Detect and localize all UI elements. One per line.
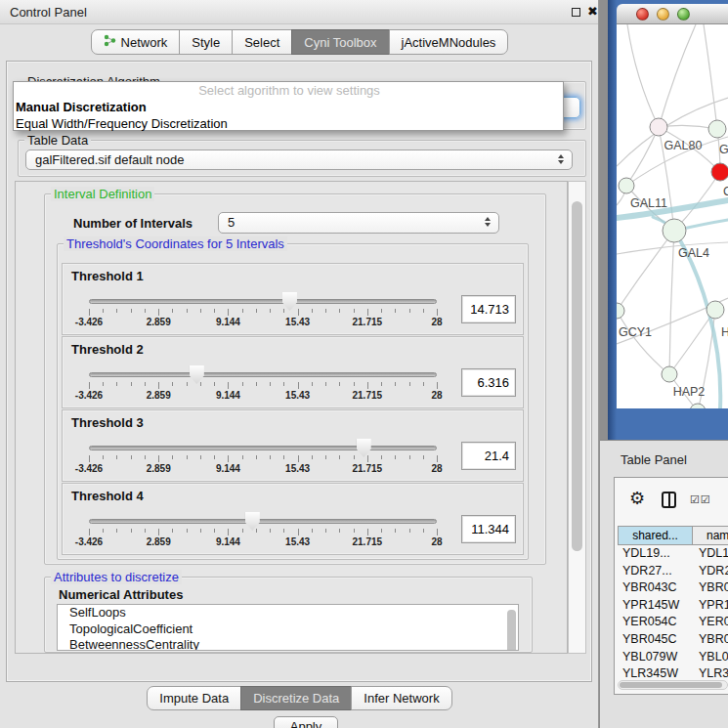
- dropdown-placeholder[interactable]: Select algorithm to view settings: [14, 82, 563, 99]
- tick-label: -3.426: [64, 536, 113, 547]
- network-edge[interactable]: [617, 242, 728, 254]
- table-row[interactable]: YDR27...YDR27: [618, 564, 728, 581]
- number-of-intervals-spinner[interactable]: 5: [218, 212, 499, 234]
- network-edge[interactable]: [626, 127, 659, 186]
- network-node-GAL11[interactable]: [619, 178, 634, 193]
- attributes-group: Attributes to discretize Numerical Attri…: [44, 577, 533, 653]
- network-canvas[interactable]: GAL80GACGAL11GAL4GCY1HHAP2: [617, 24, 728, 408]
- spinner-arrows-icon: [485, 217, 492, 227]
- tab-select[interactable]: Select: [232, 29, 292, 55]
- slider-track[interactable]: [89, 299, 437, 304]
- screen: Control Panel ✖ NetworkStyleSelectCyni T…: [0, 0, 728, 728]
- slider-track[interactable]: [89, 372, 437, 377]
- select-columns-icon[interactable]: ☑☑: [690, 493, 711, 506]
- table-data-combobox[interactable]: galFiltered.sif default node: [25, 150, 573, 170]
- column-header-shared-name[interactable]: shared...: [618, 526, 693, 545]
- network-view-window: GAL80GACGAL11GAL4GCY1HHAP2: [608, 0, 728, 440]
- zoom-traffic-light-icon[interactable]: [677, 8, 690, 21]
- table-row[interactable]: YER054CYER054C: [618, 615, 728, 632]
- threshold-list: Threshold 1 -3.4262.8599.14415.4321.7152…: [62, 263, 524, 556]
- threshold-block: Threshold 3 -3.4262.8599.14415.4321.7152…: [62, 409, 524, 482]
- algorithm-dropdown-popup: Select algorithm to view settings Manual…: [13, 81, 564, 131]
- slider-track[interactable]: [89, 519, 437, 524]
- tick-label: -3.426: [64, 317, 113, 327]
- tab-cyni-toolbox[interactable]: Cyni Toolbox: [291, 29, 389, 55]
- tick-label: 21.715: [343, 317, 392, 327]
- network-edge[interactable]: [704, 24, 717, 129]
- attributes-list-scrollbar[interactable]: [507, 610, 516, 651]
- tab-label: Style: [192, 35, 220, 50]
- network-edge[interactable]: [659, 24, 696, 127]
- tick-label: 2.859: [134, 463, 183, 474]
- tab-impute-data[interactable]: Impute Data: [147, 686, 241, 710]
- network-node-GCY1[interactable]: [617, 303, 624, 319]
- table-panel-title: Table Panel: [621, 452, 687, 467]
- cell-shared-name: YBR043C: [618, 580, 693, 598]
- thresholds-group-title: Threshold's Coordinates for 5 Intervals: [64, 236, 287, 251]
- gear-icon[interactable]: ⚙: [629, 488, 645, 509]
- table-horizontal-scrollbar[interactable]: [618, 680, 728, 690]
- tab-network[interactable]: Network: [91, 29, 181, 55]
- network-edge[interactable]: [627, 24, 659, 127]
- settings-vertical-scrollbar[interactable]: [568, 181, 586, 654]
- hscroll-thumb[interactable]: [620, 682, 722, 688]
- network-node-HAP2[interactable]: [662, 366, 677, 382]
- number-of-intervals-label: Number of Intervals: [73, 216, 193, 231]
- table-row[interactable]: YDL19...YDL19: [618, 546, 728, 564]
- table-row[interactable]: YLR345WYLR345W: [618, 666, 728, 678]
- cell-name: YBR045C: [693, 632, 728, 650]
- tab-label: Select: [244, 35, 279, 50]
- network-edge[interactable]: [617, 231, 674, 311]
- table-row[interactable]: YBL079WYBL079W: [618, 650, 728, 667]
- tick-label: 15.43: [274, 390, 322, 401]
- network-node-GAL4[interactable]: [663, 219, 686, 242]
- attribute-item[interactable]: TopologicalCoefficient: [58, 621, 518, 638]
- number-of-intervals-value: 5: [228, 215, 235, 230]
- network-edge[interactable]: [669, 310, 715, 374]
- dropdown-option-manual-discretization[interactable]: Manual Discretization: [14, 99, 563, 115]
- tick-label: 28: [412, 317, 461, 327]
- scrollbar-thumb[interactable]: [572, 201, 582, 551]
- minimize-traffic-light-icon[interactable]: [657, 8, 669, 21]
- table-body: YDL19...YDL19YDR27...YDR27YBR043CYBR043C…: [618, 546, 728, 678]
- threshold-value-field[interactable]: 14.713: [461, 295, 516, 323]
- numerical-attributes-list[interactable]: SelfLoopsTopologicalCoefficientBetweenne…: [57, 604, 519, 651]
- tab-infer-network[interactable]: Infer Network: [351, 686, 451, 710]
- tab-style[interactable]: Style: [179, 29, 233, 55]
- network-node-GA[interactable]: [708, 120, 726, 138]
- network-node-H[interactable]: [707, 301, 724, 319]
- network-node-GAL80[interactable]: [650, 118, 667, 136]
- threshold-value-field[interactable]: 11.344: [461, 515, 516, 543]
- attribute-item[interactable]: BetweennessCentrality: [58, 637, 518, 651]
- tab-discretize-data[interactable]: Discretize Data: [240, 686, 352, 710]
- table-row[interactable]: YBR043CYBR043C: [618, 580, 728, 598]
- close-traffic-light-icon[interactable]: [636, 8, 649, 21]
- network-window-titlebar: [617, 4, 728, 24]
- attribute-item[interactable]: SelfLoops: [58, 605, 518, 621]
- columns-icon[interactable]: [662, 492, 676, 508]
- table-row[interactable]: YBR045CYBR045C: [618, 632, 728, 650]
- cell-name: YPR145W: [693, 598, 728, 616]
- threshold-block: Threshold 1 -3.4262.8599.14415.4321.7152…: [62, 263, 524, 335]
- cell-shared-name: YPR145W: [618, 598, 693, 616]
- tick-label: 28: [412, 390, 461, 401]
- tab-label: Cyni Toolbox: [304, 35, 376, 50]
- float-window-icon[interactable]: [572, 8, 580, 17]
- column-header-name[interactable]: name: [692, 526, 728, 545]
- tick-label: 2.859: [134, 317, 183, 327]
- bottom-tab-bar: Impute DataDiscretize DataInfer Network: [0, 686, 599, 710]
- network-node-label: GAL80: [664, 139, 703, 152]
- threshold-value-field[interactable]: 6.316: [461, 368, 516, 397]
- threshold-value-field[interactable]: 21.4: [461, 442, 516, 470]
- tick-label: 9.144: [203, 536, 252, 547]
- slider-track[interactable]: [89, 446, 437, 450]
- network-edge[interactable]: [669, 231, 674, 374]
- close-icon[interactable]: ✖: [587, 4, 598, 19]
- tab-jactivemnodules[interactable]: jActiveMNodules: [389, 29, 509, 55]
- network-node-C-red[interactable]: [711, 163, 728, 181]
- threshold-label: Threshold 2: [71, 342, 144, 357]
- apply-button[interactable]: Apply: [274, 716, 339, 728]
- dropdown-option-equal-width-frequency[interactable]: Equal Width/Frequency Discretization: [14, 115, 563, 132]
- table-row[interactable]: YPR145WYPR145W: [618, 598, 728, 616]
- network-edge[interactable]: [617, 311, 669, 374]
